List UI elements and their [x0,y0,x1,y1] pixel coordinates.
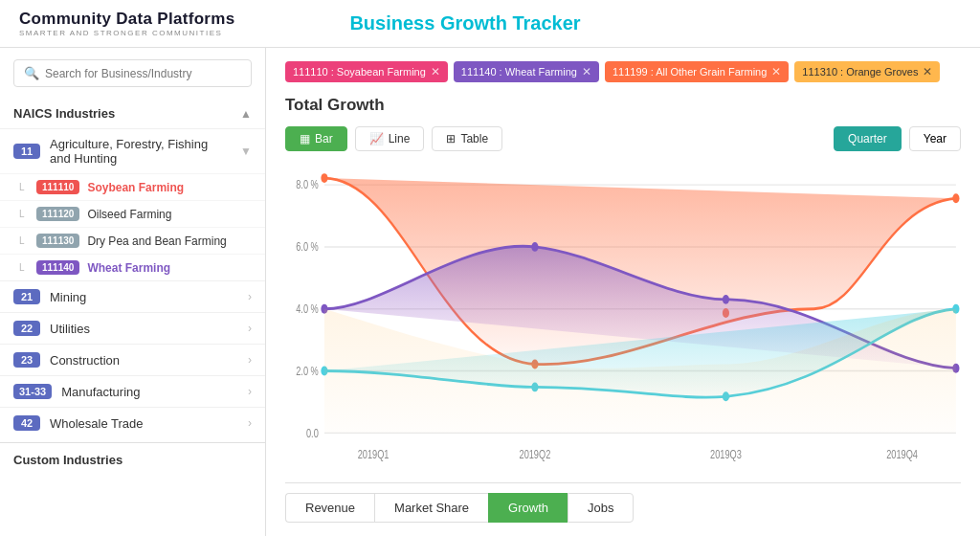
sidebar: 🔍 NAICS Industries ▲ 11 Agriculture, For… [0,48,266,536]
main-content: 111110 : Soyabean Farming ✕ 111140 : Whe… [266,48,980,536]
logo-sub: Smarter and Stronger Communities [19,29,234,37]
svg-text:2019Q4: 2019Q4 [886,448,918,461]
group-badge-42: 42 [13,415,40,431]
naics-chevron-icon: ▲ [240,107,252,121]
revenue-tab-label: Revenue [305,501,355,515]
tag-label-111310: 111310 : Orange Groves [802,66,918,78]
search-box[interactable]: 🔍 [13,59,252,87]
group-badge-22: 22 [13,321,40,336]
tag-close-111310[interactable]: ✕ [923,65,932,78]
group-badge-agriculture: 11 [13,144,40,159]
tags-row: 111110 : Soyabean Farming ✕ 111140 : Whe… [285,61,961,82]
table-button[interactable]: ⊞ Table [432,126,502,151]
group-badge-23: 23 [13,352,40,368]
bar-label: Bar [315,132,333,145]
tag-label-111199: 111199 : All Other Grain Farming [612,66,767,78]
expand-arrow-icon: L [19,209,29,219]
growth-tab-label: Growth [508,501,548,515]
quarter-button[interactable]: Quarter [834,126,902,151]
svg-text:0.0: 0.0 [306,426,319,439]
tag-close-111110[interactable]: ✕ [431,65,440,78]
logo-title: Community Data Platforms [19,10,234,29]
industry-group-agriculture: 11 Agriculture, Forestry, Fishing and Hu… [0,128,265,280]
sub-item-111120[interactable]: L 111120 Oilseed Farming [0,200,265,227]
year-button[interactable]: Year [909,126,961,151]
svg-point-14 [321,173,327,183]
industry-group-22: 22 Utilities › [0,312,265,344]
expand-arrow-icon: L [19,182,29,192]
group-label-agriculture: Agriculture, Forestry, Fishing and Hunti… [50,137,231,166]
group-row-42[interactable]: 42 Wholesale Trade › [0,408,265,438]
sub-item-111140[interactable]: L 111140 Wheat Farming [0,254,265,280]
line-button[interactable]: 📈 Line [355,126,425,151]
table-icon: ⊞ [446,132,456,145]
bar-button[interactable]: ▦ Bar [285,126,347,151]
sub-badge-111120: 111120 [36,207,79,221]
quarter-label: Quarter [848,132,887,145]
growth-tab[interactable]: Growth [488,493,568,523]
sub-badge-111130: 111130 [36,234,79,248]
chart-controls: ▦ Bar 📈 Line ⊞ Table Quarter Year [285,126,961,151]
svg-text:2019Q2: 2019Q2 [520,448,551,461]
line-label: Line [389,132,411,145]
svg-text:6.0 %: 6.0 % [296,240,319,254]
group-badge-31: 31-33 [13,384,52,399]
group-chevron-21-icon: › [248,290,252,303]
tag-111310[interactable]: 111310 : Orange Groves ✕ [794,61,940,82]
tag-111199[interactable]: 111199 : All Other Grain Farming ✕ [605,61,789,82]
expand-arrow-icon: L [19,235,29,246]
main-title: Business Growth Tracker [349,12,580,34]
sub-item-111110[interactable]: L 111110 Soybean Farming [0,173,265,200]
industry-group-23: 23 Construction › [0,344,265,375]
sub-item-111130[interactable]: L 111130 Dry Pea and Bean Farming [0,227,265,254]
sub-label-111130: Dry Pea and Bean Farming [87,234,226,248]
bar-icon: ▦ [300,132,310,145]
group-chevron-22-icon: › [248,322,252,335]
svg-text:2019Q3: 2019Q3 [710,448,742,461]
tag-label-111140: 111140 : Wheat Farming [461,66,577,78]
group-chevron-23-icon: › [248,353,252,367]
group-row-agriculture[interactable]: 11 Agriculture, Forestry, Fishing and Hu… [0,129,265,173]
year-label: Year [924,132,947,145]
naics-label: NAICS Industries [13,106,115,121]
group-row-23[interactable]: 23 Construction › [0,345,265,375]
group-row-21[interactable]: 21 Mining › [0,281,265,312]
tag-111140[interactable]: 111140 : Wheat Farming ✕ [454,61,599,82]
industry-group-21: 21 Mining › [0,280,265,312]
group-label-31: Manufacturing [61,385,238,399]
group-chevron-agriculture-icon: ▼ [240,145,252,158]
sub-label-111110: Soybean Farming [87,181,184,194]
svg-point-17 [952,193,959,203]
jobs-tab-label: Jobs [588,501,613,515]
expand-arrow-icon: L [19,262,29,273]
custom-industries-label: Custom Industries [0,442,265,477]
tag-111110[interactable]: 111110 : Soyabean Farming ✕ [285,61,448,82]
svg-text:2.0 %: 2.0 % [296,364,319,377]
market-share-tab-label: Market Share [394,501,469,515]
tag-close-111199[interactable]: ✕ [771,65,781,78]
search-input[interactable] [45,67,241,80]
header: Community Data Platforms Smarter and Str… [0,0,980,48]
svg-text:8.0 %: 8.0 % [296,178,319,191]
table-label: Table [460,132,488,145]
tag-label-111110: 111110 : Soyabean Farming [293,66,426,78]
group-row-22[interactable]: 22 Utilities › [0,313,265,344]
chart-area: 8.0 % 6.0 % 4.0 % 2.0 % 0.0 2019Q1 2019Q… [285,165,961,475]
svg-text:2019Q1: 2019Q1 [358,448,390,461]
group-chevron-42-icon: › [248,416,252,430]
svg-point-19 [531,242,538,252]
group-label-22: Utilities [50,322,238,336]
sub-label-111140: Wheat Farming [87,261,170,275]
line-icon: 📈 [369,132,384,145]
industry-group-42: 42 Wholesale Trade › [0,407,265,438]
group-row-31[interactable]: 31-33 Manufacturing › [0,376,265,407]
sub-items-agriculture: L 111110 Soybean Farming L 111120 Oilsee… [0,173,265,280]
group-chevron-31-icon: › [248,385,252,398]
tag-close-111140[interactable]: ✕ [582,65,591,78]
bottom-tabs: Revenue Market Share Growth Jobs [285,482,961,523]
logo-area: Community Data Platforms Smarter and Str… [19,10,234,37]
jobs-tab[interactable]: Jobs [568,493,634,523]
market-share-tab[interactable]: Market Share [374,493,488,523]
revenue-tab[interactable]: Revenue [285,493,374,523]
industry-group-31: 31-33 Manufacturing › [0,375,265,407]
